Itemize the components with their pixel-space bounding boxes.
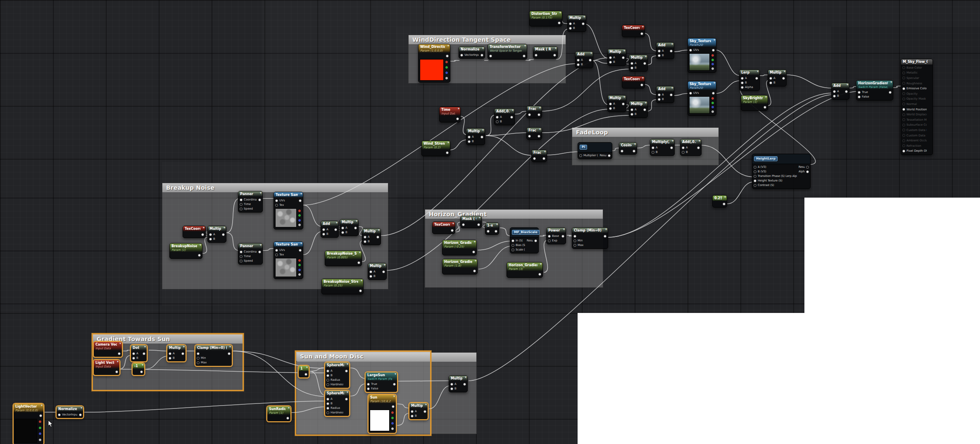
output-pin[interactable] [79, 413, 82, 417]
collapse-chevron-icon[interactable]: ▾ [395, 372, 396, 376]
input-pin-hardness[interactable]: Hardness [326, 382, 343, 387]
node-header[interactable]: Multiply▾ [449, 376, 467, 381]
comment-box-header[interactable]: Breakup Noise [162, 183, 388, 192]
node-lerp-sky[interactable]: Lerp▾ABAlpha [739, 69, 760, 91]
input-pin-min[interactable]: Min [573, 239, 583, 243]
node-header[interactable]: Sky_TextureParam2D▾ [688, 38, 716, 47]
output-pin[interactable] [538, 272, 541, 276]
node-header[interactable]: TexCoord[0]▾ [183, 226, 205, 232]
input-pin-a[interactable]: A [369, 270, 376, 274]
collapse-chevron-icon[interactable]: ▾ [142, 363, 143, 367]
input-pin-a[interactable]: A [609, 55, 615, 60]
input-pin-b[interactable]: B [132, 356, 138, 360]
input-pin-scale-s[interactable]: Scale (S) [511, 248, 525, 252]
node-header[interactable]: Clamp (Min=0) (Max=1)▾ [195, 345, 232, 351]
node-multiply-time[interactable]: Multiply▾AB [466, 128, 485, 145]
output-pin-result[interactable]: Result [527, 239, 537, 243]
collapse-chevron-icon[interactable]: ▾ [119, 341, 121, 345]
collapse-chevron-icon[interactable]: ▾ [260, 243, 262, 247]
node-texture-sample-1[interactable]: Texture Sample▾UVsTex [274, 192, 303, 229]
collapse-chevron-icon[interactable]: ▾ [356, 219, 357, 223]
output-pin[interactable] [345, 369, 348, 373]
input-pin-world-position-offset[interactable]: World Position Offset [902, 107, 927, 112]
node-header[interactable]: Add▾ [657, 86, 674, 92]
node-spheremask-1[interactable]: SphereMask▾ABRadiusHardness [325, 362, 350, 388]
output-pin[interactable] [118, 351, 121, 356]
collapse-chevron-icon[interactable]: ▾ [361, 279, 362, 282]
input-pin-b-v3[interactable]: B (V3) [754, 169, 797, 174]
collapse-chevron-icon[interactable]: ▾ [784, 69, 785, 73]
output-pin[interactable] [201, 232, 204, 236]
input-pin-a[interactable]: A [630, 107, 637, 112]
output-pin[interactable] [304, 372, 307, 376]
collapse-chevron-icon[interactable]: ▾ [306, 365, 308, 369]
channel-pin-dot[interactable] [298, 269, 301, 271]
collapse-chevron-icon[interactable]: ▾ [288, 406, 290, 410]
node-header[interactable]: SphereMask▾ [325, 363, 349, 368]
output-pin[interactable] [382, 270, 385, 274]
input-pin-vectorinput[interactable]: VectorInput [58, 413, 77, 417]
collapse-chevron-icon[interactable]: ▾ [452, 222, 454, 225]
node-header[interactable]: MF_BiasScale [510, 228, 538, 238]
output-pin[interactable] [446, 150, 449, 155]
input-pin-b[interactable]: B [411, 414, 417, 418]
collapse-chevron-icon[interactable]: ▾ [645, 55, 647, 58]
node-hz-mask-g[interactable]: Mask ( G )▾ [460, 216, 482, 228]
node-texcoord-top[interactable]: TexCoord[0]▾ [622, 25, 645, 37]
channel-pin-dot[interactable] [711, 54, 714, 57]
node-horizongradient-debug[interactable]: HorizonGradient_DebugSwitch Param (False… [856, 80, 893, 100]
output-pin[interactable] [643, 107, 646, 112]
output-pin[interactable] [423, 409, 426, 413]
output-pin[interactable] [622, 102, 625, 106]
input-pin[interactable] [487, 229, 490, 233]
node-header[interactable]: Mask ( G )▾ [461, 216, 481, 222]
node-skybrightness[interactable]: SkyBrightnessParam (1)▾ [741, 95, 768, 111]
node-header[interactable]: Normalize▾ [459, 47, 485, 52]
node-multiply-uv2a[interactable]: Multiply▾AB [607, 95, 626, 112]
collapse-chevron-icon[interactable]: ▾ [590, 51, 592, 55]
input-pin[interactable] [528, 112, 531, 117]
input-pin-a[interactable]: A [169, 351, 175, 356]
collapse-chevron-icon[interactable]: ▾ [425, 403, 427, 406]
output-pin[interactable] [198, 253, 201, 257]
node-header[interactable]: Frac▾ [527, 128, 542, 133]
collapse-chevron-icon[interactable]: ▾ [458, 107, 459, 110]
graph-panel[interactable] [0, 313, 578, 444]
collapse-chevron-icon[interactable]: ▾ [229, 345, 231, 349]
channel-pin-dot[interactable] [711, 97, 714, 100]
input-pin-specular[interactable]: Specular [902, 76, 927, 81]
output-pin[interactable] [376, 235, 379, 239]
node-sky-texture-2[interactable]: Sky_TextureParam2D▾UVs [687, 81, 716, 116]
input-pin[interactable] [573, 234, 583, 238]
input-pin-a[interactable]: A [682, 146, 688, 150]
node-power[interactable]: Power▾BaseExp [546, 227, 566, 244]
input-pin-b[interactable]: B [609, 106, 615, 110]
node-header[interactable]: BreakupNoise_StrengthParam (0.005)▾ [325, 251, 362, 260]
node-header[interactable]: SkyBrightnessParam (1)▾ [741, 95, 768, 104]
output-pin[interactable] [143, 351, 145, 356]
input-pin-tex[interactable]: Tex [275, 253, 285, 257]
collapse-chevron-icon[interactable]: ▾ [890, 80, 892, 84]
node-texcoord-bottom[interactable]: TexCoord[0]▾ [622, 76, 645, 88]
input-pin[interactable] [462, 222, 465, 227]
collapse-chevron-icon[interactable]: ▾ [642, 76, 644, 80]
node-frac-1[interactable]: Frac▾ [526, 106, 542, 118]
output-pin[interactable] [258, 198, 261, 202]
output-pin[interactable] [456, 117, 459, 121]
node-header[interactable]: Add▾ [321, 221, 338, 227]
node-texture-sample-2[interactable]: Texture Sample▾UVsTex [274, 241, 303, 279]
node-panner-2[interactable]: Panner▾CoordinateTimeSpeed [238, 243, 263, 265]
node-header[interactable]: Multiply(,-0.5)▾ [650, 139, 674, 145]
node-m-sky-flow-01[interactable]: M_Sky_Flow_01Base ColorMetallicSpecularR… [901, 59, 933, 155]
collapse-chevron-icon[interactable]: ▾ [724, 195, 726, 199]
output-pin[interactable] [299, 198, 302, 203]
input-pin-b[interactable]: B [682, 150, 688, 154]
output-pin[interactable] [782, 76, 785, 80]
collapse-chevron-icon[interactable]: ▾ [474, 240, 476, 243]
node-header[interactable]: Multiply▾ [768, 70, 786, 75]
output-pin[interactable] [258, 250, 261, 254]
input-pin-base[interactable]: Base [548, 234, 559, 238]
input-pin-multiplier-s[interactable]: Multiplier (S) [579, 153, 598, 158]
node-header[interactable]: BreakupNoise_Strength_FadeParam (0.25)▾ [322, 279, 363, 288]
collapse-chevron-icon[interactable]: ▾ [539, 106, 541, 110]
